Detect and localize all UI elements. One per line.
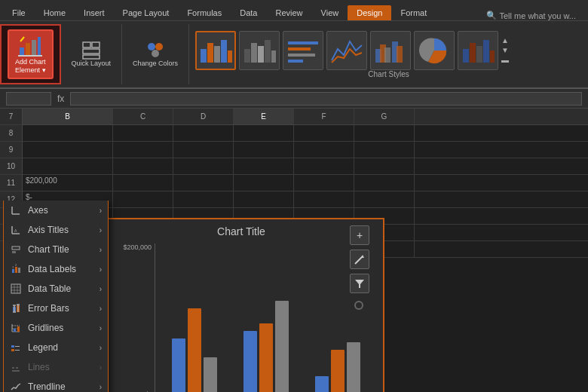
tab-formulas[interactable]: Formulas	[178, 5, 231, 20]
grid-cell[interactable]	[173, 191, 234, 207]
grid-cell[interactable]	[113, 191, 173, 207]
quick-layout-button[interactable]: Quick Layout	[67, 39, 116, 69]
row-header-7: 7	[0, 109, 22, 125]
grid-cell[interactable]	[173, 125, 234, 141]
filter-button[interactable]	[350, 274, 369, 293]
change-colors-button[interactable]: Change Colors	[128, 39, 182, 69]
grid-cell[interactable]	[173, 142, 234, 158]
menu-item-axis-titles[interactable]: A Axis Titles ›	[4, 220, 108, 240]
formula-bar: fx	[0, 89, 588, 109]
col-header-g: G	[354, 109, 415, 124]
menu-item-chart-title[interactable]: Chart Title ›	[4, 240, 108, 259]
tab-review[interactable]: Review	[266, 5, 311, 20]
tab-format[interactable]: Format	[391, 5, 436, 20]
grid-cell[interactable]	[294, 142, 354, 158]
menu-item-trendline[interactable]: Trendline ›	[4, 377, 108, 392]
bars-area	[155, 243, 377, 392]
error-bars-chevron: ›	[100, 305, 102, 313]
error-bars-icon	[10, 302, 22, 314]
chart-style-button[interactable]	[350, 250, 369, 269]
tab-data[interactable]: Data	[231, 5, 266, 20]
add-element-button[interactable]: +	[350, 225, 369, 245]
chart-body: $200,000 $-	[106, 243, 377, 392]
chart-styles-scroll-down[interactable]: ▼	[501, 46, 509, 54]
grid-cell[interactable]: $200,000	[23, 175, 113, 191]
grid-cell[interactable]	[354, 125, 415, 141]
cell-reference[interactable]	[6, 92, 51, 106]
tab-view[interactable]: View	[312, 5, 348, 20]
tell-me[interactable]: 🔍 Tell me what you w...	[477, 11, 586, 20]
chart-styles-scroll-up[interactable]: ▲	[501, 36, 509, 44]
chart-styles-expand[interactable]: ▬	[501, 56, 509, 64]
grid-cell[interactable]	[234, 175, 294, 191]
chart-style-4[interactable]	[326, 31, 367, 70]
data-labels-chevron: ›	[100, 265, 102, 274]
svg-rect-19	[251, 43, 257, 63]
grid-cell[interactable]	[354, 142, 415, 158]
svg-point-10	[148, 43, 155, 51]
menu-item-gridlines[interactable]: Gridlines ›	[4, 318, 108, 338]
grid-cell[interactable]	[113, 158, 173, 174]
add-chart-label: Add ChartElement ▾	[15, 58, 46, 75]
svg-rect-37	[490, 51, 495, 63]
chart-style-6[interactable]	[414, 31, 455, 70]
grid-cell[interactable]	[234, 142, 294, 158]
add-chart-element-group: Add ChartElement ▾	[0, 24, 61, 84]
chart-style-7[interactable]	[458, 31, 498, 70]
grid-cell[interactable]	[234, 125, 294, 141]
formula-input[interactable]	[70, 92, 582, 106]
axis-titles-icon: A	[10, 224, 22, 236]
chart-style-3[interactable]	[283, 31, 323, 70]
grid-cell[interactable]	[354, 191, 415, 207]
svg-rect-22	[271, 51, 276, 63]
menu-item-legend[interactable]: Legend ›	[4, 338, 108, 357]
grid-cell[interactable]	[294, 158, 354, 174]
grid-cell[interactable]	[354, 158, 415, 174]
grid-cell[interactable]	[23, 125, 113, 141]
menu-item-data-labels[interactable]: 1 2 Data Labels ›	[4, 259, 108, 279]
grid-cell[interactable]	[294, 191, 354, 207]
chart-style-2[interactable]	[239, 31, 280, 70]
tab-file[interactable]: File	[3, 5, 35, 20]
grid-cell[interactable]	[234, 191, 294, 207]
svg-rect-6	[83, 42, 90, 47]
grid-cell[interactable]	[294, 175, 354, 191]
lines-label: Lines	[28, 362, 50, 372]
grid-cell[interactable]	[113, 142, 173, 158]
grid-cell[interactable]	[113, 125, 173, 141]
grid-cell[interactable]	[23, 158, 113, 174]
tab-page-layout[interactable]: Page Layout	[114, 5, 179, 20]
grid-cell[interactable]	[354, 175, 415, 191]
grid-cell[interactable]	[23, 142, 113, 158]
y-axis-label-high: $200,000	[123, 243, 152, 251]
chart-anchor-handle[interactable]	[354, 301, 363, 310]
svg-marker-40	[355, 280, 364, 288]
chart-style-1[interactable]	[195, 31, 236, 70]
axes-label: Axes	[28, 205, 48, 216]
chart-area[interactable]: Chart Title $200,000 $-	[98, 218, 384, 392]
grid-cell[interactable]	[234, 158, 294, 174]
svg-rect-31	[397, 46, 403, 63]
svg-rect-35	[476, 46, 482, 63]
grid-cell[interactable]	[113, 175, 173, 191]
chart-style-5[interactable]	[370, 31, 411, 70]
grid-cell[interactable]	[173, 158, 234, 174]
col-header-d: D	[173, 109, 234, 124]
row-header-9: 9	[0, 142, 22, 158]
menu-item-lines[interactable]: Lines ›	[4, 357, 108, 377]
menu-item-data-table[interactable]: Data Table ›	[4, 279, 108, 299]
grid-cell[interactable]	[294, 125, 354, 141]
bar-2020-suite	[347, 342, 360, 392]
tab-design[interactable]: Design	[348, 5, 391, 20]
menu-item-error-bars[interactable]: Error Bars ›	[4, 299, 108, 318]
col-header-e: E	[234, 109, 294, 124]
data-table-label: Data Table	[28, 283, 71, 294]
menu-item-axes[interactable]: Axes ›	[4, 201, 108, 220]
tab-insert[interactable]: Insert	[75, 5, 114, 20]
grid-cell[interactable]	[173, 175, 234, 191]
legend-icon	[10, 341, 22, 354]
svg-rect-46	[12, 247, 20, 250]
change-colors-icon	[146, 41, 164, 60]
add-chart-element-button[interactable]: Add ChartElement ▾	[8, 29, 54, 79]
tab-home[interactable]: Home	[35, 5, 75, 20]
